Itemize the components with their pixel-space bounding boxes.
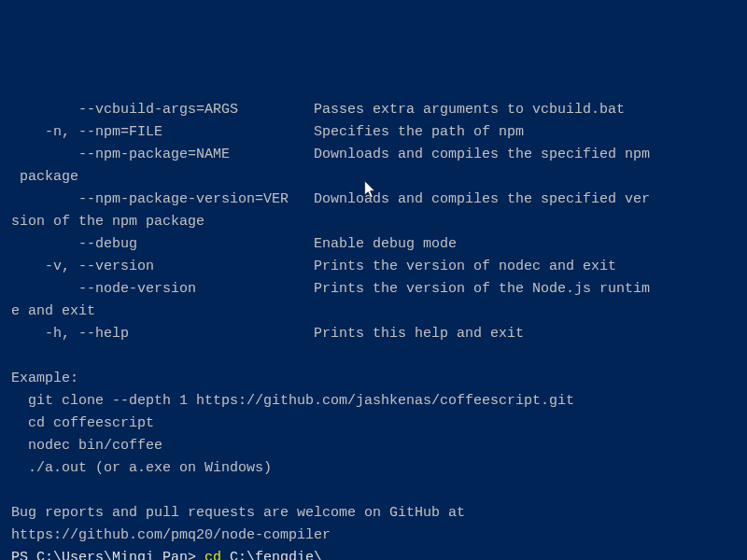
command-arg: C:\fengdie\ (230, 550, 322, 560)
example-header: Example: (11, 368, 736, 390)
option-line: -n, --npm=FILE Specifies the path of npm (11, 121, 736, 144)
bugs-line: Bug reports and pull requests are welcom… (11, 502, 736, 525)
option-line: --debug Enable debug mode (11, 233, 736, 256)
option-line: --node-version Prints the version of the… (11, 278, 736, 301)
option-wrap: package (11, 166, 736, 189)
option-line: --npm-package=NAME Downloads and compile… (11, 144, 736, 166)
option-wrap: e and exit (11, 301, 736, 323)
option-wrap: sion of the npm package (11, 211, 736, 233)
example-line: git clone --depth 1 https://github.com/j… (11, 390, 736, 413)
command-verb: cd (204, 550, 230, 560)
terminal-output: --vcbuild-args=ARGS Passes extra argumen… (11, 99, 736, 560)
blank-line (11, 480, 736, 502)
example-line: ./a.out (or a.exe on Windows) (11, 457, 736, 480)
option-line: -v, --version Prints the version of node… (11, 256, 736, 278)
prompt-line[interactable]: PS C:\Users\Minqi Pan> cd C:\fengdie\ (11, 547, 736, 560)
bugs-url: https://github.com/pmq20/node-compiler (11, 525, 736, 547)
option-line: --npm-package-version=VER Downloads and … (11, 189, 736, 211)
ps-prompt: PS C:\Users\Minqi Pan> (11, 550, 204, 560)
option-line: --vcbuild-args=ARGS Passes extra argumen… (11, 99, 736, 121)
option-line: -h, --help Prints this help and exit (11, 323, 736, 345)
example-line: nodec bin/coffee (11, 435, 736, 457)
blank-line (11, 345, 736, 368)
example-line: cd coffeescript (11, 413, 736, 435)
